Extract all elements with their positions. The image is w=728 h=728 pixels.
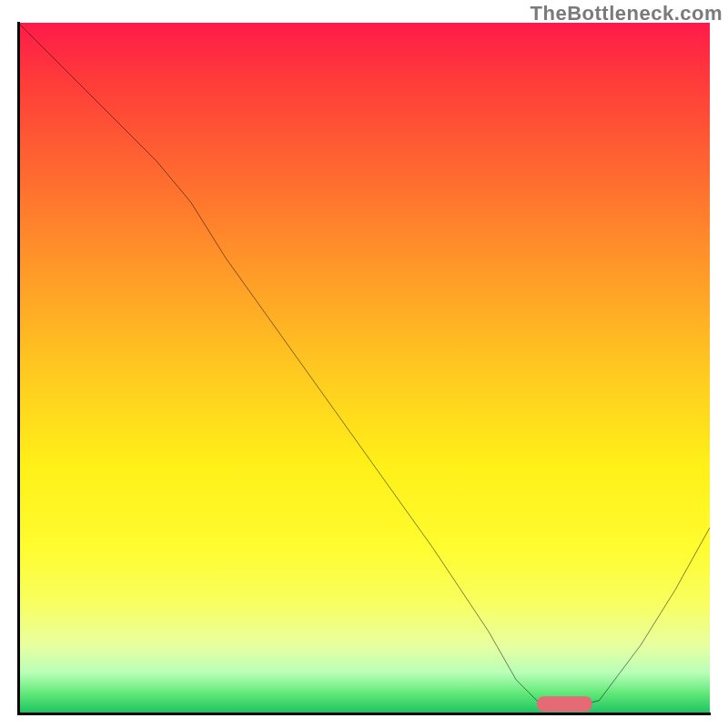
- bottleneck-curve-path: [18, 23, 710, 707]
- curve-svg: [18, 23, 710, 714]
- chart-container: TheBottleneck.com: [0, 0, 728, 728]
- watermark-text: TheBottleneck.com: [531, 2, 723, 25]
- plot-area: [18, 23, 710, 714]
- optimal-point-marker: [537, 696, 592, 712]
